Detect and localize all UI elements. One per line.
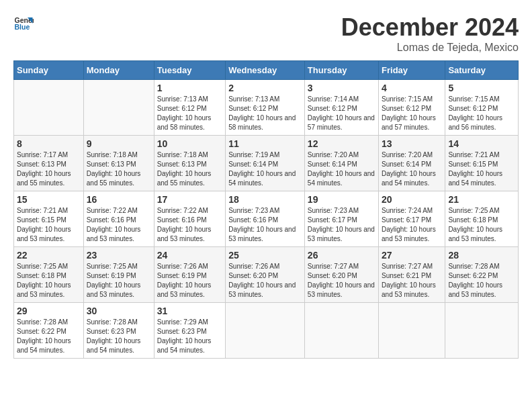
calendar-cell: 21Sunrise: 7:25 AMSunset: 6:18 PMDayligh… <box>445 191 519 247</box>
weekday-header: Monday <box>83 61 154 80</box>
day-number: 17 <box>157 194 222 205</box>
calendar-cell: 12Sunrise: 7:20 AMSunset: 6:14 PMDayligh… <box>304 136 378 191</box>
day-number: 8 <box>17 138 81 149</box>
day-info: Sunrise: 7:26 AMSunset: 6:20 PMDaylight:… <box>228 262 302 300</box>
day-info: Sunrise: 7:25 AMSunset: 6:18 PMDaylight:… <box>17 262 81 300</box>
calendar-cell: 5Sunrise: 7:15 AMSunset: 6:12 PMDaylight… <box>445 80 519 136</box>
day-info: Sunrise: 7:28 AMSunset: 6:22 PMDaylight:… <box>448 262 515 300</box>
day-info: Sunrise: 7:22 AMSunset: 6:16 PMDaylight:… <box>157 206 222 244</box>
calendar-cell <box>304 303 378 359</box>
logo-icon: General Blue <box>13 13 34 34</box>
calendar-cell: 28Sunrise: 7:28 AMSunset: 6:22 PMDayligh… <box>445 247 519 303</box>
day-number: 25 <box>228 250 302 261</box>
calendar-cell <box>445 303 519 359</box>
day-info: Sunrise: 7:26 AMSunset: 6:19 PMDaylight:… <box>157 262 222 300</box>
day-info: Sunrise: 7:25 AMSunset: 6:19 PMDaylight:… <box>87 262 151 300</box>
calendar-cell: 1Sunrise: 7:13 AMSunset: 6:12 PMDaylight… <box>154 80 225 136</box>
day-info: Sunrise: 7:29 AMSunset: 6:23 PMDaylight:… <box>157 318 222 355</box>
calendar-cell: 17Sunrise: 7:22 AMSunset: 6:16 PMDayligh… <box>154 191 225 247</box>
calendar-cell: 14Sunrise: 7:21 AMSunset: 6:15 PMDayligh… <box>445 136 519 191</box>
calendar-week-row: 15Sunrise: 7:21 AMSunset: 6:15 PMDayligh… <box>14 191 519 247</box>
calendar-cell: 16Sunrise: 7:22 AMSunset: 6:16 PMDayligh… <box>83 191 154 247</box>
calendar-cell: 27Sunrise: 7:27 AMSunset: 6:21 PMDayligh… <box>379 247 445 303</box>
calendar-cell: 19Sunrise: 7:23 AMSunset: 6:17 PMDayligh… <box>304 191 378 247</box>
day-number: 12 <box>308 138 375 149</box>
calendar-cell: 22Sunrise: 7:25 AMSunset: 6:18 PMDayligh… <box>14 247 84 303</box>
calendar-week-row: 8Sunrise: 7:17 AMSunset: 6:13 PMDaylight… <box>14 136 519 191</box>
calendar-week-row: 29Sunrise: 7:28 AMSunset: 6:22 PMDayligh… <box>14 303 519 359</box>
calendar-cell: 20Sunrise: 7:24 AMSunset: 6:17 PMDayligh… <box>379 191 445 247</box>
calendar-cell <box>379 303 445 359</box>
day-number: 20 <box>382 194 442 205</box>
day-number: 9 <box>87 138 151 149</box>
calendar-cell: 2Sunrise: 7:13 AMSunset: 6:12 PMDaylight… <box>226 80 305 136</box>
day-info: Sunrise: 7:18 AMSunset: 6:13 PMDaylight:… <box>157 150 222 188</box>
day-number: 19 <box>308 194 375 205</box>
day-number: 21 <box>448 194 515 205</box>
day-number: 13 <box>382 138 442 149</box>
calendar-cell <box>83 80 154 136</box>
day-info: Sunrise: 7:15 AMSunset: 6:12 PMDaylight:… <box>382 95 442 132</box>
day-number: 18 <box>228 194 302 205</box>
calendar-cell: 15Sunrise: 7:21 AMSunset: 6:15 PMDayligh… <box>14 191 84 247</box>
day-number: 5 <box>448 83 515 93</box>
weekday-header: Wednesday <box>226 61 305 80</box>
day-number: 4 <box>382 83 442 93</box>
day-number: 3 <box>308 83 375 93</box>
calendar-cell: 13Sunrise: 7:20 AMSunset: 6:14 PMDayligh… <box>379 136 445 191</box>
day-number: 23 <box>87 250 151 261</box>
day-info: Sunrise: 7:27 AMSunset: 6:20 PMDaylight:… <box>308 262 375 300</box>
calendar-cell: 4Sunrise: 7:15 AMSunset: 6:12 PMDaylight… <box>379 80 445 136</box>
title-area: December 2024 Lomas de Tejeda, Mexico <box>341 13 519 54</box>
page-header: General Blue December 2024 Lomas de Teje… <box>13 13 519 54</box>
day-number: 31 <box>157 306 222 316</box>
weekday-header: Saturday <box>445 61 519 80</box>
day-info: Sunrise: 7:24 AMSunset: 6:17 PMDaylight:… <box>382 206 442 244</box>
calendar-cell: 3Sunrise: 7:14 AMSunset: 6:12 PMDaylight… <box>304 80 378 136</box>
weekday-header: Sunday <box>14 61 84 80</box>
location-title: Lomas de Tejeda, Mexico <box>341 42 519 54</box>
calendar-cell: 11Sunrise: 7:19 AMSunset: 6:14 PMDayligh… <box>226 136 305 191</box>
day-number: 27 <box>382 250 442 261</box>
day-info: Sunrise: 7:19 AMSunset: 6:14 PMDaylight:… <box>228 150 302 188</box>
day-info: Sunrise: 7:17 AMSunset: 6:13 PMDaylight:… <box>17 150 81 188</box>
day-info: Sunrise: 7:28 AMSunset: 6:22 PMDaylight:… <box>17 318 81 355</box>
day-number: 1 <box>157 83 222 93</box>
calendar-cell: 9Sunrise: 7:18 AMSunset: 6:13 PMDaylight… <box>83 136 154 191</box>
day-number: 10 <box>157 138 222 149</box>
day-info: Sunrise: 7:20 AMSunset: 6:14 PMDaylight:… <box>308 150 375 188</box>
day-info: Sunrise: 7:13 AMSunset: 6:12 PMDaylight:… <box>157 95 222 132</box>
day-info: Sunrise: 7:23 AMSunset: 6:17 PMDaylight:… <box>308 206 375 244</box>
weekday-header: Thursday <box>304 61 378 80</box>
calendar-table: SundayMondayTuesdayWednesdayThursdayFrid… <box>13 60 519 359</box>
logo: General Blue <box>13 13 34 34</box>
calendar-cell: 25Sunrise: 7:26 AMSunset: 6:20 PMDayligh… <box>226 247 305 303</box>
day-info: Sunrise: 7:25 AMSunset: 6:18 PMDaylight:… <box>448 206 515 244</box>
calendar-cell: 24Sunrise: 7:26 AMSunset: 6:19 PMDayligh… <box>154 247 225 303</box>
calendar-cell: 26Sunrise: 7:27 AMSunset: 6:20 PMDayligh… <box>304 247 378 303</box>
day-info: Sunrise: 7:21 AMSunset: 6:15 PMDaylight:… <box>448 150 515 188</box>
day-info: Sunrise: 7:15 AMSunset: 6:12 PMDaylight:… <box>448 95 515 132</box>
day-number: 11 <box>228 138 302 149</box>
day-number: 22 <box>17 250 81 261</box>
day-info: Sunrise: 7:23 AMSunset: 6:16 PMDaylight:… <box>228 206 302 244</box>
svg-text:Blue: Blue <box>15 23 30 31</box>
day-info: Sunrise: 7:21 AMSunset: 6:15 PMDaylight:… <box>17 206 81 244</box>
day-number: 2 <box>228 83 302 93</box>
calendar-cell <box>14 80 84 136</box>
weekday-header: Tuesday <box>154 61 225 80</box>
day-number: 15 <box>17 194 81 205</box>
day-info: Sunrise: 7:22 AMSunset: 6:16 PMDaylight:… <box>87 206 151 244</box>
day-info: Sunrise: 7:14 AMSunset: 6:12 PMDaylight:… <box>308 95 375 132</box>
calendar-cell: 30Sunrise: 7:28 AMSunset: 6:23 PMDayligh… <box>83 303 154 359</box>
calendar-cell: 8Sunrise: 7:17 AMSunset: 6:13 PMDaylight… <box>14 136 84 191</box>
day-number: 24 <box>157 250 222 261</box>
day-info: Sunrise: 7:28 AMSunset: 6:23 PMDaylight:… <box>87 318 151 355</box>
day-info: Sunrise: 7:20 AMSunset: 6:14 PMDaylight:… <box>382 150 442 188</box>
calendar-week-row: 1Sunrise: 7:13 AMSunset: 6:12 PMDaylight… <box>14 80 519 136</box>
day-info: Sunrise: 7:13 AMSunset: 6:12 PMDaylight:… <box>228 95 302 132</box>
weekday-header-row: SundayMondayTuesdayWednesdayThursdayFrid… <box>14 61 519 80</box>
day-number: 14 <box>448 138 515 149</box>
calendar-week-row: 22Sunrise: 7:25 AMSunset: 6:18 PMDayligh… <box>14 247 519 303</box>
calendar-cell: 18Sunrise: 7:23 AMSunset: 6:16 PMDayligh… <box>226 191 305 247</box>
